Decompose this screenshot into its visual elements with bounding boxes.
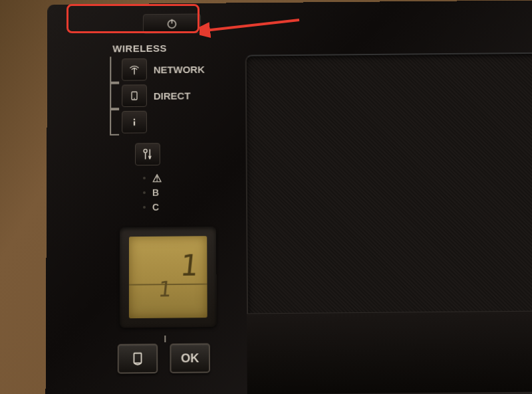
ok-button[interactable]: OK	[170, 344, 210, 373]
tools-icon	[141, 148, 154, 161]
power-button[interactable]	[143, 13, 201, 33]
svg-point-5	[134, 98, 135, 99]
status-indicators: ⚠ B C	[143, 170, 236, 215]
control-panel: WIRELESS NETWORK DIRECT	[110, 9, 237, 394]
wireless-bracket	[110, 83, 119, 110]
direct-button[interactable]	[122, 84, 147, 107]
ok-label: OK	[181, 351, 199, 365]
power-icon	[166, 18, 178, 30]
ink-b-indicator: B	[143, 185, 236, 200]
alarm-indicator: ⚠	[143, 170, 236, 185]
wifi-antenna-icon	[128, 63, 141, 76]
info-button[interactable]	[122, 111, 147, 134]
button-divider-tick	[164, 336, 166, 342]
wireless-bracket	[110, 56, 119, 82]
warning-triangle-icon: ⚠	[152, 171, 162, 184]
svg-rect-11	[134, 353, 141, 363]
wireless-bracket	[110, 109, 119, 136]
scanner-lid[interactable]	[245, 52, 532, 320]
svg-point-3	[134, 68, 136, 70]
paper-icon	[130, 351, 145, 367]
ink-b-label: B	[152, 187, 159, 198]
lcd-display: 1 1	[129, 236, 207, 318]
info-icon	[130, 116, 139, 128]
ink-c-indicator: C	[143, 199, 236, 215]
printer-front-edge	[247, 310, 532, 394]
network-button[interactable]	[122, 58, 147, 81]
lcd-sub-digit: 1	[157, 276, 172, 302]
svg-point-6	[134, 118, 136, 120]
paper-button[interactable]	[118, 344, 158, 373]
lcd-main-digit: 1	[178, 248, 200, 282]
ink-c-label: C	[152, 202, 159, 213]
device-icon	[129, 90, 140, 101]
settings-button[interactable]	[135, 143, 160, 165]
lcd-frame: 1 1	[120, 227, 217, 328]
printer-body: WIRELESS NETWORK DIRECT	[45, 1, 532, 394]
network-label: NETWORK	[154, 63, 205, 74]
svg-point-8	[144, 149, 147, 153]
direct-label: DIRECT	[154, 90, 191, 101]
svg-rect-7	[134, 122, 135, 126]
wireless-section-header: WIRELESS	[112, 42, 235, 54]
